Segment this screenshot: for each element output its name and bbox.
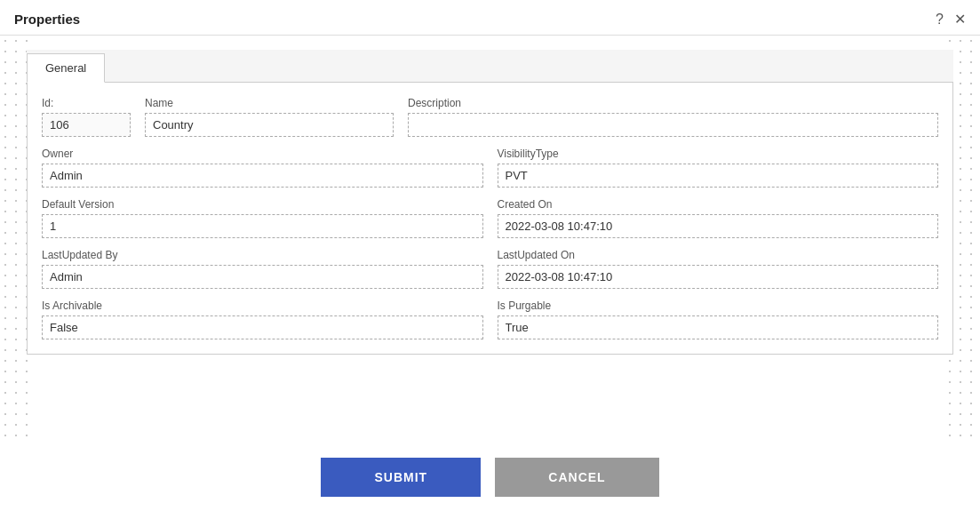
label-last-updated-by: LastUpdated By [42, 249, 483, 261]
dialog-body: General Id: Name Description [0, 36, 980, 443]
input-name[interactable] [145, 113, 394, 137]
form-row-5: Is Archivable Is Purgable [42, 299, 938, 339]
field-created-on: Created On [498, 198, 939, 238]
input-last-updated-by[interactable] [42, 265, 483, 289]
input-visibility-type[interactable] [498, 164, 939, 188]
label-is-archivable: Is Archivable [42, 299, 483, 312]
tab-general[interactable]: General [27, 53, 105, 83]
header-actions: ? ✕ [936, 11, 966, 28]
form-row-3: Default Version Created On [42, 198, 938, 238]
cancel-button[interactable]: CANCEL [495, 458, 658, 497]
form-row-2: Owner VisibilityType [42, 148, 938, 188]
dialog-header: Properties ? ✕ [0, 0, 980, 36]
label-id: Id: [42, 97, 131, 109]
field-id: Id: [42, 97, 131, 137]
form-panel: Id: Name Description Owner [27, 83, 953, 355]
label-is-purgable: Is Purgable [498, 299, 939, 312]
label-description: Description [408, 97, 938, 109]
field-default-version: Default Version [42, 198, 483, 238]
input-id[interactable] [42, 113, 131, 137]
submit-button[interactable]: SUBMIT [321, 458, 481, 497]
label-last-updated-on: LastUpdated On [498, 249, 939, 261]
help-icon[interactable]: ? [936, 12, 944, 28]
dialog-footer: SUBMIT CANCEL [0, 443, 980, 511]
field-description: Description [408, 97, 938, 137]
field-last-updated-by: LastUpdated By [42, 249, 483, 289]
input-last-updated-on[interactable] [498, 265, 939, 289]
field-owner: Owner [42, 148, 483, 188]
close-icon[interactable]: ✕ [954, 11, 966, 28]
field-is-purgable: Is Purgable [498, 299, 939, 339]
dialog-title: Properties [14, 12, 80, 27]
input-default-version[interactable] [42, 214, 483, 238]
field-name: Name [145, 97, 394, 137]
label-created-on: Created On [498, 198, 939, 211]
input-is-archivable[interactable] [42, 315, 483, 339]
input-is-purgable[interactable] [498, 315, 939, 339]
label-default-version: Default Version [42, 198, 483, 211]
field-last-updated-on: LastUpdated On [498, 249, 939, 289]
content-area: General Id: Name Description [27, 50, 953, 355]
tabs-container: General [27, 50, 953, 83]
form-row-1: Id: Name Description [42, 97, 938, 137]
input-owner[interactable] [42, 164, 483, 188]
label-owner: Owner [42, 148, 483, 160]
input-description[interactable] [408, 113, 938, 137]
form-row-4: LastUpdated By LastUpdated On [42, 249, 938, 289]
field-visibility-type: VisibilityType [498, 148, 939, 188]
input-created-on[interactable] [498, 214, 939, 238]
properties-dialog: Properties ? ✕ General Id: [0, 0, 980, 511]
field-is-archivable: Is Archivable [42, 299, 483, 339]
label-visibility-type: VisibilityType [498, 148, 939, 160]
label-name: Name [145, 97, 394, 109]
